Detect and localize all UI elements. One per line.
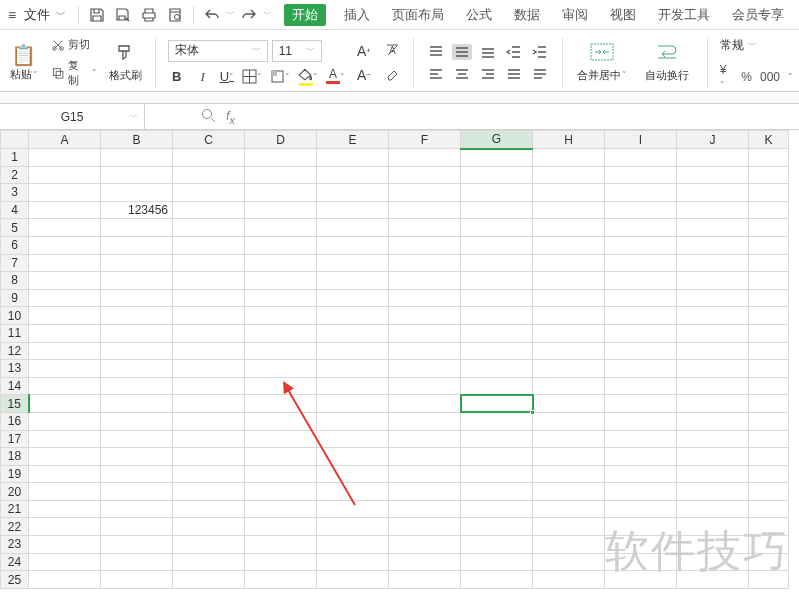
cell-A9[interactable]: [29, 289, 101, 307]
cell-K19[interactable]: [749, 465, 789, 483]
cell-K8[interactable]: [749, 272, 789, 290]
cell-J23[interactable]: [677, 536, 749, 554]
cell-F24[interactable]: [389, 553, 461, 571]
cell-A23[interactable]: [29, 536, 101, 554]
cell-C7[interactable]: [173, 254, 245, 272]
cell-I4[interactable]: [605, 201, 677, 219]
cell-E10[interactable]: [317, 307, 389, 325]
currency-button[interactable]: ¥ ˅: [720, 63, 734, 91]
spreadsheet-grid[interactable]: ABCDEFGHIJK12341234565678910111213141516…: [0, 130, 789, 589]
cell-D17[interactable]: [245, 430, 317, 448]
cell-G23[interactable]: [461, 536, 533, 554]
row-header-7[interactable]: 7: [1, 254, 29, 272]
cell-B8[interactable]: [101, 272, 173, 290]
cut-button[interactable]: 剪切: [51, 37, 97, 52]
cell-I9[interactable]: [605, 289, 677, 307]
formula-input[interactable]: [245, 104, 799, 129]
cell-C17[interactable]: [173, 430, 245, 448]
cell-K1[interactable]: [749, 149, 789, 167]
copy-button[interactable]: 复制 ˅: [51, 58, 97, 88]
cell-H6[interactable]: [533, 236, 605, 254]
cell-G11[interactable]: [461, 324, 533, 342]
cell-I3[interactable]: [605, 184, 677, 202]
cell-K4[interactable]: [749, 201, 789, 219]
cell-G19[interactable]: [461, 465, 533, 483]
cell-D5[interactable]: [245, 219, 317, 237]
cell-I10[interactable]: [605, 307, 677, 325]
cell-E23[interactable]: [317, 536, 389, 554]
cell-G4[interactable]: [461, 201, 533, 219]
cell-F10[interactable]: [389, 307, 461, 325]
cell-J10[interactable]: [677, 307, 749, 325]
wrap-button[interactable]: 自动换行: [640, 34, 695, 91]
cell-D18[interactable]: [245, 448, 317, 466]
bold-button[interactable]: B: [168, 68, 186, 86]
cell-H17[interactable]: [533, 430, 605, 448]
cell-J1[interactable]: [677, 149, 749, 167]
border-button[interactable]: ˅: [242, 68, 262, 86]
cell-A14[interactable]: [29, 377, 101, 395]
col-header-G[interactable]: G: [461, 131, 533, 149]
cell-A6[interactable]: [29, 236, 101, 254]
cell-C9[interactable]: [173, 289, 245, 307]
row-header-8[interactable]: 8: [1, 272, 29, 290]
cell-F8[interactable]: [389, 272, 461, 290]
cell-C1[interactable]: [173, 149, 245, 167]
cell-E3[interactable]: [317, 184, 389, 202]
cell-H2[interactable]: [533, 166, 605, 184]
cell-C8[interactable]: [173, 272, 245, 290]
cell-H14[interactable]: [533, 377, 605, 395]
select-all-corner[interactable]: [1, 131, 29, 149]
cell-G9[interactable]: [461, 289, 533, 307]
col-header-E[interactable]: E: [317, 131, 389, 149]
cell-F14[interactable]: [389, 377, 461, 395]
cell-J2[interactable]: [677, 166, 749, 184]
cell-J3[interactable]: [677, 184, 749, 202]
cell-K17[interactable]: [749, 430, 789, 448]
print-icon[interactable]: [140, 6, 158, 24]
font-name-select[interactable]: 宋体 ﹀: [168, 40, 268, 62]
row-header-16[interactable]: 16: [1, 412, 29, 430]
cell-H20[interactable]: [533, 483, 605, 501]
cell-B23[interactable]: [101, 536, 173, 554]
cell-A25[interactable]: [29, 571, 101, 589]
decrease-indent-button[interactable]: [504, 44, 524, 60]
file-dropdown-icon[interactable]: ﹀: [56, 8, 72, 22]
cell-B2[interactable]: [101, 166, 173, 184]
cell-E25[interactable]: [317, 571, 389, 589]
cell-I2[interactable]: [605, 166, 677, 184]
cell-B25[interactable]: [101, 571, 173, 589]
cell-K11[interactable]: [749, 324, 789, 342]
cell-J6[interactable]: [677, 236, 749, 254]
cell-K6[interactable]: [749, 236, 789, 254]
cell-B3[interactable]: [101, 184, 173, 202]
cell-D9[interactable]: [245, 289, 317, 307]
cell-I14[interactable]: [605, 377, 677, 395]
increase-font-button[interactable]: A+: [355, 42, 373, 60]
cell-I12[interactable]: [605, 342, 677, 360]
cell-E8[interactable]: [317, 272, 389, 290]
cell-F12[interactable]: [389, 342, 461, 360]
align-left-button[interactable]: [426, 66, 446, 82]
cell-D22[interactable]: [245, 518, 317, 536]
orientation-button[interactable]: [530, 66, 550, 82]
cell-A3[interactable]: [29, 184, 101, 202]
cell-F15[interactable]: [389, 395, 461, 413]
cell-B13[interactable]: [101, 360, 173, 378]
row-header-25[interactable]: 25: [1, 571, 29, 589]
tab-data[interactable]: 数据: [510, 4, 544, 26]
cell-D16[interactable]: [245, 412, 317, 430]
cell-F3[interactable]: [389, 184, 461, 202]
cell-G5[interactable]: [461, 219, 533, 237]
cell-H11[interactable]: [533, 324, 605, 342]
cell-E19[interactable]: [317, 465, 389, 483]
row-header-10[interactable]: 10: [1, 307, 29, 325]
italic-button[interactable]: I: [194, 68, 212, 86]
cell-E17[interactable]: [317, 430, 389, 448]
cell-E15[interactable]: [317, 395, 389, 413]
cell-A1[interactable]: [29, 149, 101, 167]
cell-H8[interactable]: [533, 272, 605, 290]
cell-B15[interactable]: [101, 395, 173, 413]
cell-K18[interactable]: [749, 448, 789, 466]
cell-I1[interactable]: [605, 149, 677, 167]
